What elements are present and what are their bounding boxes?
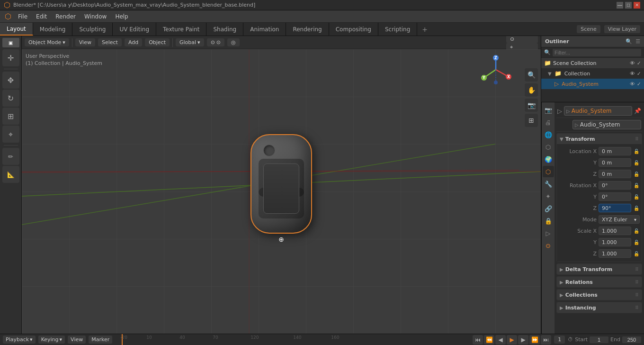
scale-z-value[interactable]: 1.000 [599, 249, 631, 258]
grid-toggle-button[interactable]: ⊞ [525, 114, 538, 127]
tab-uv-editing[interactable]: UV Editing [113, 23, 156, 36]
move-tool-button[interactable]: ✥ [2, 72, 19, 89]
object-name-display[interactable]: Audio_System [572, 108, 630, 114]
view-layer-props-icon[interactable]: 🌐 [543, 129, 554, 140]
3d-viewport[interactable]: User Perspective (1) Collection | Audio_… [22, 49, 541, 334]
camera-view-button[interactable]: 📷 [525, 99, 538, 112]
snap-button[interactable]: ⊙ ⊙ [207, 38, 224, 46]
close-button[interactable]: ✕ [634, 2, 640, 9]
collection-check-icon[interactable]: ✓ [637, 71, 641, 77]
delta-transform-header[interactable]: ▶ Delta Transform ⠿ [557, 264, 642, 274]
view-layer-selector[interactable]: View Layer [604, 25, 640, 33]
view-menu-timeline[interactable]: View [68, 336, 86, 344]
rotate-tool-button[interactable]: ↻ [2, 90, 19, 107]
relations-header[interactable]: ▶ Relations ⠿ [557, 277, 642, 287]
view-menu[interactable]: View [75, 38, 95, 46]
tab-shading[interactable]: Shading [206, 23, 243, 36]
tab-modeling[interactable]: Modeling [33, 23, 73, 36]
menu-blender[interactable]: ⬡ [3, 11, 13, 22]
pin-button[interactable]: 📌 [634, 108, 641, 114]
transform-selector[interactable]: Global ▾ [176, 38, 204, 46]
data-props-icon[interactable]: ▷ [543, 227, 554, 239]
scale-x-value[interactable]: 1.000 [599, 227, 631, 235]
proportional-edit-button[interactable]: ◎ [227, 38, 240, 46]
scale-tool-button[interactable]: ⊞ [2, 108, 19, 125]
scale-y-lock-icon[interactable]: 🔓 [633, 239, 640, 245]
scale-y-value[interactable]: 1.000 [599, 238, 631, 246]
menu-edit[interactable]: Edit [32, 12, 51, 21]
prev-keyframe-button[interactable]: ⏪ [484, 335, 494, 345]
minimize-button[interactable]: — [617, 2, 623, 9]
add-menu[interactable]: Add [125, 38, 142, 46]
rotation-y-value[interactable]: 0° [599, 192, 631, 201]
rotation-x-lock-icon[interactable]: 🔓 [633, 182, 640, 189]
scene-collection-vis-icon[interactable]: 👁 [630, 60, 635, 66]
location-y-value[interactable]: 0 m [599, 158, 631, 167]
annotate-tool-button[interactable]: ✏ [2, 148, 19, 165]
marker-menu[interactable]: Marker [89, 336, 112, 344]
play-button[interactable]: ▶ [507, 335, 517, 345]
start-frame-input[interactable] [590, 336, 608, 343]
prev-frame-button[interactable]: ◀ [495, 335, 506, 345]
collections-header[interactable]: ▶ Collections ⠿ [557, 290, 642, 300]
scale-x-lock-icon[interactable]: 🔓 [633, 227, 640, 234]
object-props-icon[interactable]: ⬡ [543, 166, 554, 177]
keying-menu[interactable]: Keying ▾ [38, 336, 65, 344]
scene-props-icon[interactable]: ⬡ [543, 141, 554, 153]
location-z-lock-icon[interactable]: 🔓 [633, 171, 640, 177]
cursor-tool-button[interactable]: ✛ [2, 49, 19, 66]
location-z-value[interactable]: 0 m [599, 170, 631, 178]
collection-row[interactable]: ▼ 📁 Collection 👁 ✓ [541, 68, 644, 79]
viewport-overlay-button[interactable]: ⊙ [506, 36, 538, 43]
location-x-value[interactable]: 0 m [599, 147, 631, 155]
audio-system-row[interactable]: ▷ Audio_System 👁 ✓ [541, 79, 644, 89]
object-data-name-display[interactable]: Audio_System [580, 121, 639, 128]
current-frame-display[interactable]: 1 [554, 336, 565, 344]
audio-system-vis-icon[interactable]: 👁 [630, 81, 635, 87]
rotation-z-lock-icon[interactable]: 🔓 [633, 205, 640, 211]
end-frame-input[interactable] [622, 336, 641, 343]
modifier-props-icon[interactable]: 🔧 [543, 178, 554, 190]
scene-selector[interactable]: Scene [577, 25, 600, 33]
next-frame-button[interactable]: ▶ [518, 335, 528, 345]
select-menu[interactable]: Select [98, 38, 122, 46]
scene-collection-check-icon[interactable]: ✓ [637, 60, 641, 66]
scale-z-lock-icon[interactable]: 🔓 [633, 250, 640, 257]
tab-compositing[interactable]: Compositing [329, 23, 378, 36]
collection-vis-icon[interactable]: 👁 [630, 71, 635, 77]
outliner-display-icon[interactable]: ☰ [635, 38, 640, 45]
location-x-lock-icon[interactable]: 🔓 [633, 148, 640, 154]
audio-system-mesh[interactable] [250, 134, 312, 234]
world-props-icon[interactable]: 🌍 [543, 154, 554, 165]
maximize-button[interactable]: □ [625, 2, 632, 9]
tab-animation[interactable]: Animation [243, 23, 286, 36]
rotation-x-value[interactable]: 0° [599, 181, 631, 190]
render-props-icon[interactable]: 📷 [543, 104, 554, 116]
outliner-filter-icon[interactable]: 🔍 [626, 38, 632, 45]
outliner-search-input[interactable] [553, 49, 641, 56]
select-tool-button[interactable]: ▣ [2, 38, 19, 47]
rotation-z-value[interactable]: 90° [599, 204, 631, 212]
transform-section-header[interactable]: ▼ Transform ⠿ [557, 134, 642, 144]
menu-render[interactable]: Render [52, 12, 80, 21]
next-keyframe-button[interactable]: ⏩ [529, 335, 540, 345]
transform-tool-button[interactable]: ⌖ [2, 126, 19, 143]
tab-texture-paint[interactable]: Texture Paint [156, 23, 206, 36]
tab-scripting[interactable]: Scripting [378, 23, 417, 36]
playback-menu[interactable]: Playback ▾ [3, 336, 36, 344]
rotation-y-lock-icon[interactable]: 🔓 [633, 193, 640, 200]
tab-sculpting[interactable]: Sculpting [72, 23, 113, 36]
pan-button[interactable]: ✋ [525, 83, 538, 97]
measure-tool-button[interactable]: 📐 [2, 166, 19, 183]
zoom-in-button[interactable]: 🔍 [525, 68, 538, 82]
output-props-icon[interactable]: 🖨 [543, 117, 554, 128]
orientation-gizmo[interactable]: Z X Y [479, 53, 512, 86]
tab-layout[interactable]: Layout [0, 23, 33, 36]
physics-props-icon[interactable]: 🔗 [543, 203, 554, 214]
material-props-icon[interactable]: ⊙ [543, 240, 554, 251]
constraints-props-icon[interactable]: 🔒 [543, 215, 554, 227]
jump-end-button[interactable]: ⏭ [541, 335, 551, 345]
menu-file[interactable]: File [14, 12, 31, 21]
scene-collection-row[interactable]: 📁 Scene Collection 👁 ✓ [541, 58, 644, 68]
add-workspace-button[interactable]: + [417, 24, 432, 35]
